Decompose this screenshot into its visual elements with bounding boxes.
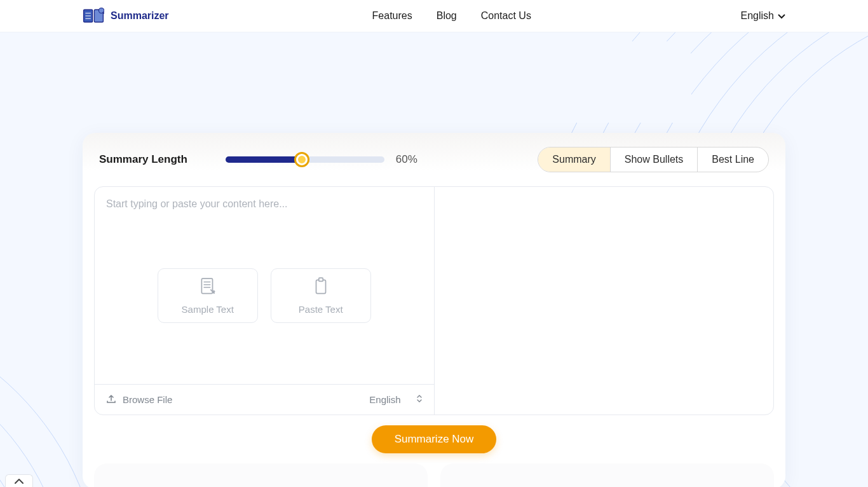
language-switch[interactable]: English	[741, 10, 785, 22]
input-footer: Browse File English	[95, 384, 434, 415]
header: Summarizer Features Blog Contact Us Engl…	[0, 0, 868, 32]
svg-rect-7	[201, 278, 212, 294]
slider-value: 60%	[396, 153, 417, 166]
text-input[interactable]: Start typing or paste your content here.…	[95, 187, 434, 384]
chevron-down-icon	[778, 10, 785, 22]
quick-actions: Sample Text Paste Text	[158, 268, 371, 323]
input-language-select[interactable]: English	[369, 394, 422, 405]
panels: Start typing or paste your content here.…	[94, 186, 774, 415]
mode-tabs: Summary Show Bullets Best Line	[538, 147, 769, 172]
svg-rect-12	[319, 278, 323, 281]
output-panel	[435, 187, 774, 415]
scroll-top-button[interactable]	[5, 474, 33, 487]
slider-label: Summary Length	[99, 153, 187, 166]
svg-rect-11	[316, 280, 325, 293]
sample-text-button[interactable]: Sample Text	[158, 268, 258, 323]
nav-contact[interactable]: Contact Us	[481, 10, 531, 22]
slider-thumb[interactable]	[296, 154, 308, 165]
slider-wrap: 60%	[226, 153, 417, 166]
paste-text-button[interactable]: Paste Text	[271, 268, 371, 323]
nav-blog[interactable]: Blog	[437, 10, 457, 22]
document-icon	[199, 277, 217, 296]
controls-row: Summary Length 60% Summary Show Bullets …	[83, 147, 785, 186]
book-icon	[83, 7, 104, 25]
sort-icon	[416, 394, 423, 405]
slider-fill	[226, 156, 302, 163]
language-label: English	[741, 10, 774, 22]
logo[interactable]: Summarizer	[83, 7, 169, 25]
browse-file-label: Browse File	[123, 394, 172, 405]
bottom-card-left	[94, 463, 428, 487]
nav-features[interactable]: Features	[372, 10, 412, 22]
input-language-label: English	[369, 394, 400, 405]
summarize-button[interactable]: Summarize Now	[372, 425, 497, 453]
input-placeholder: Start typing or paste your content here.…	[106, 198, 423, 210]
bottom-cards	[83, 463, 785, 487]
tool-card: Summary Length 60% Summary Show Bullets …	[83, 133, 785, 487]
input-panel: Start typing or paste your content here.…	[95, 187, 435, 415]
tab-bestline[interactable]: Best Line	[698, 147, 768, 172]
paste-text-label: Paste Text	[299, 304, 343, 315]
bottom-card-right	[440, 463, 774, 487]
tab-bullets[interactable]: Show Bullets	[611, 147, 698, 172]
upload-icon	[106, 394, 116, 406]
sample-text-label: Sample Text	[182, 304, 234, 315]
main-nav: Features Blog Contact Us	[372, 10, 531, 22]
clipboard-icon	[312, 277, 330, 296]
tab-summary[interactable]: Summary	[538, 147, 610, 172]
summary-length-slider[interactable]	[226, 156, 384, 163]
logo-text: Summarizer	[111, 10, 169, 22]
browse-file-button[interactable]: Browse File	[106, 394, 172, 406]
hero-placeholder	[177, 41, 691, 123]
